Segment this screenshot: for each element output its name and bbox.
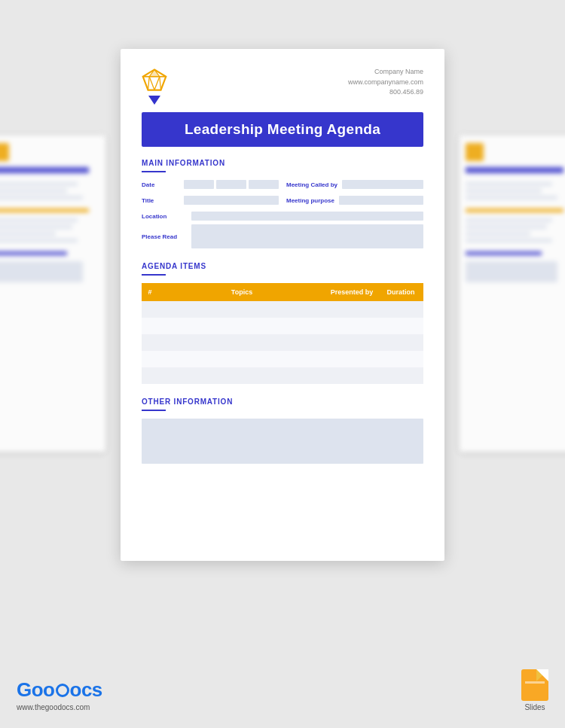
row-1-duration xyxy=(378,301,423,318)
agenda-table: # Topics Presented by Duration xyxy=(142,283,423,384)
company-info: Company Name www.companyname.com 800.456… xyxy=(348,67,423,98)
row-4-presenter xyxy=(325,351,378,367)
date-label: Date xyxy=(142,181,179,188)
svg-line-8 xyxy=(154,77,160,90)
row-3-presenter xyxy=(325,334,378,351)
meeting-purpose-label: Meeting purpose xyxy=(286,197,334,204)
title-label: Title xyxy=(142,197,179,204)
other-info-header: OTHER INFORMATION xyxy=(142,398,423,406)
table-row xyxy=(142,318,423,334)
col-presented-by-header: Presented by xyxy=(325,283,378,301)
table-row xyxy=(142,301,423,318)
document-title: Leadership Meeting Agenda xyxy=(149,121,416,138)
title-field xyxy=(184,196,279,205)
triangle-pointer xyxy=(148,96,160,105)
meeting-purpose-field xyxy=(339,196,423,205)
agenda-items-underline xyxy=(142,274,166,276)
row-4-num xyxy=(142,351,158,367)
row-5-topic xyxy=(158,367,325,384)
row-5-duration xyxy=(378,367,423,384)
row-3-duration xyxy=(378,334,423,351)
slides-doc-icon xyxy=(521,669,548,701)
agenda-items-section: AGENDA ITEMS # Topics Presented by Durat… xyxy=(142,262,423,384)
logo-part-2: ocs xyxy=(70,678,102,702)
please-read-label: Please Read xyxy=(142,233,187,240)
col-duration-header: Duration xyxy=(378,283,423,301)
svg-line-5 xyxy=(148,77,150,90)
background-card-left xyxy=(0,136,105,452)
row-2-topic xyxy=(158,318,325,334)
slides-branding: Slides xyxy=(521,669,548,711)
meeting-called-by-label: Meeting Called by xyxy=(286,181,337,188)
other-info-underline xyxy=(142,410,166,411)
date-field-3 xyxy=(249,180,279,189)
svg-line-6 xyxy=(160,77,161,90)
row-2-num xyxy=(142,318,158,334)
row-5-num xyxy=(142,367,158,384)
row-1-topic xyxy=(158,301,325,318)
table-header-row: # Topics Presented by Duration xyxy=(142,283,423,301)
row-3-num xyxy=(142,334,158,351)
location-field xyxy=(191,212,423,221)
row-2-presenter xyxy=(325,318,378,334)
table-row xyxy=(142,334,423,351)
table-row xyxy=(142,367,423,384)
other-info-field xyxy=(142,419,423,464)
row-3-topic xyxy=(158,334,325,351)
svg-marker-1 xyxy=(149,69,160,76)
date-field-1 xyxy=(184,180,214,189)
row-1-num xyxy=(142,301,158,318)
please-read-field xyxy=(191,224,423,248)
date-fields xyxy=(184,180,279,189)
agenda-items-header: AGENDA ITEMS xyxy=(142,262,423,270)
slides-label: Slides xyxy=(524,703,545,711)
company-website: www.companyname.com xyxy=(348,78,423,88)
col-number-header: # xyxy=(142,283,158,301)
company-phone: 800.456.89 xyxy=(348,87,423,98)
main-info-header: MAIN INFORMATION xyxy=(142,159,423,167)
goodocs-logo: Goo ocs xyxy=(17,678,102,702)
document-header: Company Name www.companyname.com 800.456… xyxy=(142,67,423,105)
other-information-section: OTHER INFORMATION xyxy=(142,398,423,464)
row-1-presenter xyxy=(325,301,378,318)
row-4-duration xyxy=(378,351,423,367)
main-document: Company Name www.companyname.com 800.456… xyxy=(121,49,444,561)
brand-block: Goo ocs www.thegoodocs.com xyxy=(17,678,102,711)
goodocs-branding: Goo ocs www.thegoodocs.com xyxy=(17,678,102,711)
logo-part-1: Goo xyxy=(17,678,55,702)
background-card-right xyxy=(460,136,565,452)
table-row xyxy=(142,351,423,367)
diamond-icon xyxy=(142,67,167,93)
svg-line-7 xyxy=(149,77,154,90)
company-name: Company Name xyxy=(348,67,423,78)
row-5-presenter xyxy=(325,367,378,384)
main-information-section: MAIN INFORMATION Date Meeting Called by … xyxy=(142,159,423,248)
location-label: Location xyxy=(142,213,187,220)
date-field-2 xyxy=(216,180,246,189)
logo-area xyxy=(142,67,167,105)
meeting-called-by-field xyxy=(342,180,423,189)
goodocs-url: www.thegoodocs.com xyxy=(17,703,102,711)
logo-d-circle xyxy=(56,684,69,697)
row-2-duration xyxy=(378,318,423,334)
col-topics-header: Topics xyxy=(158,283,325,301)
row-4-topic xyxy=(158,351,325,367)
main-info-underline xyxy=(142,171,166,172)
title-banner: Leadership Meeting Agenda xyxy=(142,112,423,147)
